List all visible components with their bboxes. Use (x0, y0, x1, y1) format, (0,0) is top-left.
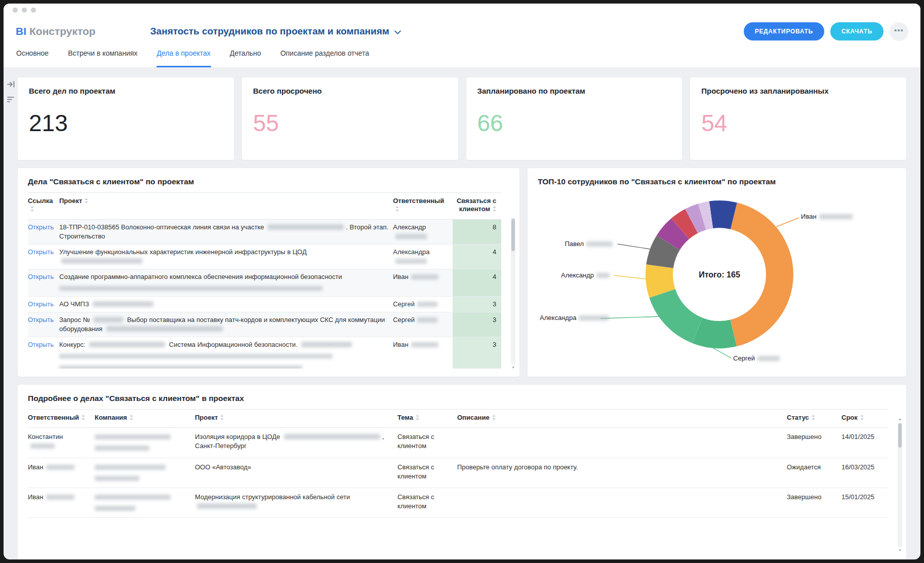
tab-opisanie-razdelov[interactable]: Описание разделов отчета (280, 46, 370, 67)
window-control-dot[interactable] (22, 8, 27, 13)
kpi-card-planned: Запланировано по проектам 66 (466, 77, 682, 160)
column-header-theme[interactable]: Тема (397, 410, 457, 428)
open-link[interactable]: Открыть (28, 316, 54, 324)
table-row: ОткрытьСоздание программно-аппаратного к… (28, 269, 501, 296)
kpi-title: Просрочено из запланированных (701, 87, 895, 95)
scroll-down-icon[interactable]: ▼ (898, 548, 902, 552)
description-cell: Проверьте оплату договора по проекту. (457, 458, 787, 488)
cases-table-area: Ссылка Проект Ответственный Связаться с … (28, 192, 509, 369)
column-header-project[interactable]: Проект (59, 193, 393, 220)
logo-bi: BI (16, 25, 26, 37)
scroll-down-icon[interactable]: ▼ (511, 366, 515, 370)
donut-slice[interactable] (650, 289, 703, 343)
leader-line (776, 218, 799, 227)
owner-cell: Иван (393, 337, 453, 369)
leader-line (712, 347, 731, 358)
description-cell (457, 488, 787, 518)
tab-detalno[interactable]: Детально (229, 46, 262, 67)
description-cell (457, 428, 787, 458)
column-header-status[interactable]: Статус (787, 410, 841, 428)
redacted-text (301, 342, 352, 347)
sort-icon (416, 414, 419, 422)
kpi-value: 54 (701, 109, 895, 137)
table-row: ОткрытьЗапрос № Выбор поставщика на пост… (28, 312, 501, 337)
table-row: ИванМодернизация структурированной кабел… (28, 488, 888, 518)
redacted-text (95, 465, 166, 470)
owner-cell: Иван (28, 488, 95, 518)
project-cell: АО ЧМПЗ (59, 296, 393, 312)
table-row: ОткрытьУлучшение функциональных характер… (28, 244, 501, 269)
link-cell: Открыть (28, 219, 59, 244)
open-link[interactable]: Открыть (28, 223, 54, 231)
chevron-down-icon (394, 26, 401, 37)
redacted-text (89, 342, 165, 347)
app-logo: BIКонструктор (16, 25, 96, 37)
open-link[interactable]: Открыть (28, 341, 54, 348)
column-header-company[interactable]: Компания (95, 410, 195, 428)
column-header-description[interactable]: Описание (457, 410, 787, 428)
project-cell: ООО «Автозавод» (195, 458, 397, 488)
report-title-dropdown[interactable]: Занятость сотрудников по проектам и комп… (150, 26, 401, 37)
download-button[interactable]: СКАЧАТЬ (830, 22, 883, 41)
chart-label-sergey: Сергей (733, 354, 782, 362)
open-link[interactable]: Открыть (28, 300, 54, 308)
due-date-cell: 15/01/2025 (841, 488, 888, 518)
donut-total-label: Итого: 165 (699, 270, 740, 279)
redacted-text (95, 446, 149, 451)
edit-button[interactable]: РЕДАКТИРОВАТЬ (744, 22, 824, 41)
cases-scrollbar[interactable]: ▼ (511, 213, 515, 370)
details-scrollbar[interactable]: ▲ ▼ (898, 417, 902, 552)
status-cell: Завершено (787, 428, 841, 458)
chart-label-ivan: Иван (801, 213, 855, 220)
dashboard-content: Всего дел по проектам 213 Всего просроче… (4, 67, 920, 559)
open-link[interactable]: Открыть (28, 273, 54, 280)
scroll-up-icon[interactable]: ▲ (898, 417, 902, 421)
column-header-project[interactable]: Проект (195, 410, 397, 428)
more-button[interactable]: ••• (890, 22, 908, 41)
sort-icon (860, 414, 864, 422)
redacted-text (417, 317, 437, 323)
project-cell: 18-ТПР-010-038565 Волоконно-оптическая л… (59, 219, 393, 244)
top10-panel-title: ТОП-10 сотрудников по "Связаться с клиен… (538, 177, 896, 186)
redacted-text (93, 301, 153, 307)
scrollbar-thumb[interactable] (898, 423, 902, 448)
tab-dela-v-proektah[interactable]: Дела в проектах (156, 46, 211, 67)
value-cell: 8 (453, 219, 501, 244)
redacted-text (95, 506, 135, 511)
link-cell: Открыть (28, 269, 59, 296)
scrollbar-thumb[interactable] (511, 219, 515, 251)
table-row: ОткрытьАО ЧМПЗ Сергей3 (28, 296, 501, 312)
column-header-owner[interactable]: Ответственный (393, 193, 453, 220)
kpi-card-total-cases: Всего дел по проектам 213 (18, 77, 234, 160)
table-row: Открыть18-ТПР-010-038565 Волоконно-оптич… (28, 219, 501, 244)
redacted-text (268, 224, 344, 230)
project-cell: Конкурс: Система Информационной безопасн… (59, 337, 393, 369)
redacted-text (284, 434, 380, 439)
chart-label-pavel: Павел (544, 240, 615, 248)
column-header-link[interactable]: Ссылка (28, 193, 59, 220)
column-header-contact-client[interactable]: Связаться с клиентом (453, 193, 501, 220)
window-control-dot[interactable] (13, 8, 18, 13)
tab-osnovnoe[interactable]: Основное (16, 46, 49, 67)
window-chrome (4, 4, 920, 17)
column-header-due[interactable]: Срок (841, 410, 888, 428)
details-table: Ответственный Компания Проект Тема Описа… (28, 409, 888, 518)
kpi-value: 55 (253, 109, 447, 137)
owner-cell: Иван (28, 458, 95, 488)
project-cell: Изоляция коридора в ЦОДе , Санкт-Петербу… (195, 428, 397, 458)
column-header-owner[interactable]: Ответственный (28, 410, 95, 428)
redacted-text (95, 495, 171, 500)
redacted-text (395, 259, 427, 264)
collapse-panel-icon[interactable] (7, 81, 16, 88)
details-panel: Подробнее о делах "Связаться с клиентом"… (18, 385, 906, 559)
sort-icon (85, 197, 88, 206)
window-control-dot[interactable] (31, 8, 36, 13)
open-link[interactable]: Открыть (28, 248, 54, 256)
app-header: BIКонструктор Занятость сотрудников по п… (4, 17, 920, 46)
redacted-text (61, 258, 142, 264)
redacted-text (411, 342, 438, 347)
kpi-card-planned-overdue: Просрочено из запланированных 54 (690, 77, 906, 160)
tab-vstrechi-v-kompaniyah[interactable]: Встречи в компаниях (67, 46, 138, 67)
filter-icon[interactable] (7, 96, 16, 103)
sort-icon (130, 414, 133, 422)
